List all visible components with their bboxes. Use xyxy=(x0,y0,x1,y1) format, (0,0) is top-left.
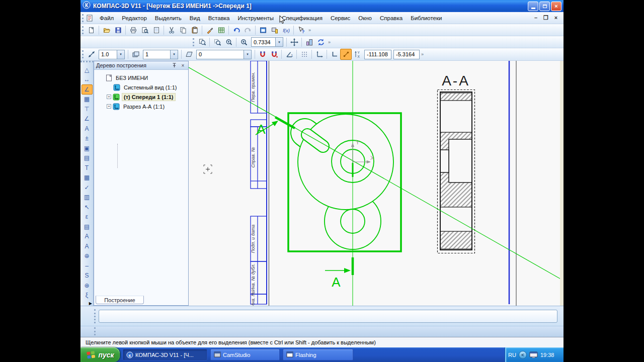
property-bar-grip[interactable] xyxy=(94,327,96,335)
chevron-down-icon[interactable] xyxy=(117,50,124,59)
close-button[interactable]: × xyxy=(551,2,561,11)
tree-item-system-view[interactable]: Системный вид (1:1) xyxy=(99,82,188,92)
magnet-icon[interactable] xyxy=(257,49,268,60)
roundoff-icon[interactable] xyxy=(340,49,352,60)
view-scale-combo[interactable]: 1.0 xyxy=(99,50,125,59)
title-bar[interactable]: К КОМПАС-3D V11 - [Чертеж БЕЗ ИМЕНИ1 ->С… xyxy=(80,0,564,12)
macro-icon[interactable] xyxy=(269,25,280,36)
variables-icon[interactable] xyxy=(257,25,269,36)
child-close-icon[interactable]: × xyxy=(552,15,559,21)
menu-specification[interactable]: Спецификация xyxy=(278,14,327,23)
text-right-icon[interactable]: A xyxy=(82,241,93,251)
toolbar-grip[interactable] xyxy=(193,38,194,46)
language-indicator[interactable]: RU xyxy=(508,352,516,358)
lightning-icon[interactable]: S xyxy=(82,271,93,281)
zoom-in-icon[interactable] xyxy=(238,37,250,48)
yx-icon[interactable]: YX xyxy=(352,49,363,60)
stamp-icon[interactable]: ▥ xyxy=(82,193,93,203)
reports-icon[interactable]: ▤ xyxy=(82,153,93,163)
menu-select[interactable]: Выделить xyxy=(151,14,186,23)
menu-window[interactable]: Окно xyxy=(354,14,376,23)
menu-service[interactable]: Сервис xyxy=(327,14,354,23)
toolbar-overflow-icon[interactable] xyxy=(328,40,331,45)
drawing-canvas[interactable]: Перв. примен. Справ. № Подп. и дата Инв.… xyxy=(189,61,560,306)
insert-view-icon[interactable]: ⊕ xyxy=(82,251,93,261)
tree-tab-build[interactable]: Построение xyxy=(96,296,144,304)
magnet2-icon[interactable] xyxy=(268,49,280,60)
chevron-down-icon[interactable] xyxy=(170,50,178,59)
close-icon[interactable]: × xyxy=(180,63,186,68)
equation-icon[interactable]: ε xyxy=(82,212,93,222)
axis-line-icon[interactable]: – xyxy=(82,261,93,271)
minimize-button[interactable] xyxy=(528,2,538,11)
spreadsheet-icon[interactable] xyxy=(215,25,227,36)
help-cursor-icon[interactable]: ? xyxy=(295,25,307,36)
property-bar-grip[interactable] xyxy=(94,309,96,323)
child-minimize-icon[interactable]: – xyxy=(532,15,539,21)
layers-icon[interactable] xyxy=(130,49,141,60)
menu-editor[interactable]: Редактор xyxy=(118,14,151,23)
editing-icon[interactable]: ⊤ xyxy=(82,104,93,114)
save-icon[interactable] xyxy=(112,25,124,36)
menu-libraries[interactable]: Библиотеки xyxy=(407,14,446,23)
tree-item-document[interactable]: БЕЗ ИМЕНИ xyxy=(99,73,188,82)
designations-icon[interactable]: ∠ xyxy=(82,84,93,95)
sheet-icon[interactable] xyxy=(183,49,195,60)
dimensions-icon[interactable]: ↔ xyxy=(82,75,93,85)
restore-button[interactable] xyxy=(539,2,550,11)
open-icon[interactable] xyxy=(101,25,112,36)
hide-icons-button[interactable]: < xyxy=(519,351,527,359)
cs-axes-icon[interactable] xyxy=(313,49,325,60)
property-bar-field[interactable] xyxy=(99,310,557,323)
toolbar-overflow-icon[interactable] xyxy=(308,28,311,33)
toolbar-grip[interactable] xyxy=(82,26,84,34)
specification-icon[interactable]: ▣ xyxy=(82,143,93,153)
zoom-page-icon[interactable] xyxy=(196,37,208,48)
tree-item-section-view[interactable]: Разрез А-А (1:1) xyxy=(99,102,188,111)
coord-y-field[interactable]: -5.3164 xyxy=(393,50,420,59)
undo-icon[interactable] xyxy=(230,25,242,36)
move-icon[interactable]: ↖ xyxy=(82,202,93,212)
rebuild-icon[interactable] xyxy=(315,37,327,48)
cut-icon[interactable] xyxy=(166,25,177,36)
format-brush-icon[interactable] xyxy=(204,25,215,36)
ruler-icon[interactable] xyxy=(303,37,315,48)
copy-icon[interactable] xyxy=(177,25,189,36)
angle-icon[interactable]: 1 xyxy=(283,49,295,60)
menu-tools[interactable]: Инструменты xyxy=(233,14,278,23)
chevron-down-icon[interactable] xyxy=(244,50,251,59)
menu-insert[interactable]: Вставка xyxy=(204,14,234,23)
grids-icon[interactable]: ▦ xyxy=(82,95,93,105)
text-down-icon[interactable]: A xyxy=(82,232,93,242)
chevron-down-icon[interactable] xyxy=(275,38,283,46)
pin-icon[interactable] xyxy=(171,62,178,69)
tray-monitor-icon[interactable] xyxy=(529,351,538,358)
text-icon[interactable]: T xyxy=(82,163,93,173)
menu-view[interactable]: Вид xyxy=(186,14,204,23)
menu-file[interactable]: Файл xyxy=(96,14,118,23)
taskbar-task-flashing[interactable]: Flashing xyxy=(283,349,353,360)
spline-icon[interactable]: ξ xyxy=(82,291,93,301)
child-restore-icon[interactable]: ❒ xyxy=(542,15,549,21)
taskbar-task-camstudio[interactable]: CamStudio xyxy=(210,349,280,360)
parametrization-icon[interactable]: ∠ xyxy=(82,114,93,124)
scale-tool-icon[interactable] xyxy=(86,49,97,60)
grid-dots-icon[interactable] xyxy=(298,49,310,60)
check-icon[interactable]: ✓ xyxy=(82,183,93,193)
preview-icon[interactable] xyxy=(139,25,150,36)
menu-grip[interactable] xyxy=(82,14,84,22)
toolbar-grip[interactable] xyxy=(82,50,84,58)
view-number-combo[interactable]: 1 xyxy=(143,50,178,59)
paste-icon[interactable] xyxy=(189,25,200,36)
taskbar-task-kompas[interactable]: К КОМПАС-3D V11 - [Ч... xyxy=(123,349,207,360)
pan-icon[interactable] xyxy=(288,37,300,48)
expand-icon[interactable] xyxy=(107,104,111,109)
layer-combo[interactable]: 0 xyxy=(196,50,252,59)
print-icon[interactable] xyxy=(127,25,139,36)
page-setup-icon[interactable] xyxy=(150,25,162,36)
fence-icon[interactable]: ▤ xyxy=(82,222,93,232)
zoom-fit-icon[interactable] xyxy=(223,37,234,48)
menu-help[interactable]: Справка xyxy=(376,14,407,23)
expand-icon[interactable] xyxy=(107,95,111,99)
zoom-combo[interactable]: 0.7334 xyxy=(251,37,283,47)
